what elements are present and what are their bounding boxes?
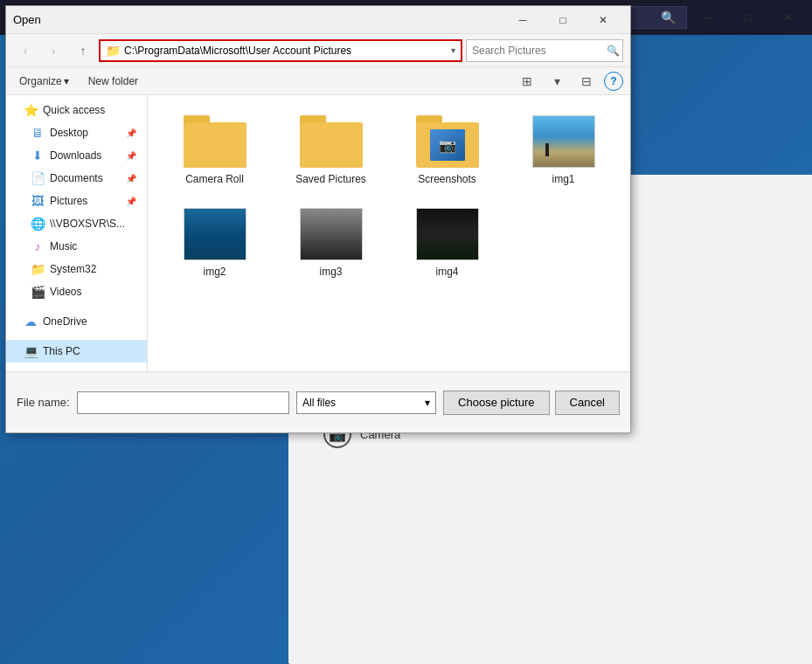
- network-share-icon: 🌐: [31, 217, 45, 231]
- back-button[interactable]: ‹: [13, 39, 38, 62]
- view-dropdown-button[interactable]: ▾: [545, 71, 569, 92]
- file-label: Screenshots: [418, 173, 476, 185]
- filetype-select[interactable]: All files ▾: [296, 391, 436, 414]
- folder-thumbnail: [300, 115, 363, 168]
- folder-body: [300, 122, 363, 168]
- forward-button[interactable]: ›: [41, 39, 66, 62]
- cancel-button[interactable]: Cancel: [555, 391, 620, 415]
- choose-picture-button[interactable]: Choose picture: [443, 391, 549, 415]
- file-item-camera-roll[interactable]: Camera Roll: [162, 109, 267, 191]
- sidebar-item-label: Music: [50, 240, 77, 252]
- sidebar-item-downloads[interactable]: ⬇ Downloads 📌: [6, 144, 147, 167]
- file-item-img4[interactable]: img4: [394, 202, 500, 284]
- bg-minimize-btn[interactable]: ─: [687, 3, 727, 31]
- underwater-thumbnail: [184, 209, 246, 259]
- new-folder-button[interactable]: New folder: [80, 73, 146, 90]
- sidebar-item-label: Documents: [50, 172, 103, 184]
- sidebar-item-label: This PC: [43, 345, 80, 357]
- address-bar-icon: 📁: [106, 44, 121, 58]
- sidebar-item-label: OneDrive: [43, 315, 87, 328]
- open-dialog: Open ─ □ ✕ ‹ › ↑ 📁 ▾ 🔍 Organize ▾ New fo…: [5, 5, 631, 433]
- sidebar-item-quick-access[interactable]: ⭐ Quick access: [6, 99, 147, 121]
- image-thumbnail: [532, 115, 595, 168]
- sidebar-item-system32[interactable]: 📁 System32: [6, 258, 147, 280]
- preview-pane-button[interactable]: ⊟: [574, 71, 599, 92]
- filename-input[interactable]: [77, 391, 289, 414]
- address-dropdown-icon[interactable]: ▾: [451, 45, 455, 55]
- help-button[interactable]: ?: [604, 72, 623, 91]
- file-item-img3[interactable]: img3: [278, 202, 384, 284]
- dialog-close-btn[interactable]: ✕: [583, 6, 623, 34]
- image-thumbnail: [184, 208, 246, 260]
- search-input[interactable]: [472, 45, 603, 57]
- sidebar-item-pictures[interactable]: 🖼 Pictures 📌: [6, 190, 147, 212]
- sidebar-section-thispc: 💻 This PC: [6, 336, 147, 366]
- dialog-action-buttons: Choose picture Cancel: [443, 391, 620, 415]
- sidebar-item-label: Desktop: [50, 127, 88, 139]
- view-button[interactable]: ⊞: [515, 71, 539, 92]
- dialog-minimize-btn[interactable]: ─: [503, 6, 543, 34]
- beach-thumbnail: [533, 116, 594, 167]
- dialog-maximize-btn[interactable]: □: [543, 6, 583, 34]
- sidebar-item-label: Downloads: [50, 149, 101, 162]
- downloads-icon: ⬇: [31, 149, 45, 163]
- address-input[interactable]: [124, 45, 448, 57]
- file-item-img1[interactable]: img1: [510, 109, 616, 191]
- bg-search-icon: 🔍: [656, 10, 681, 24]
- videos-icon: 🎬: [31, 285, 45, 299]
- file-item-screenshots[interactable]: 📷 Screenshots: [394, 109, 500, 191]
- file-item-saved-pictures[interactable]: Saved Pictures: [278, 109, 384, 191]
- filename-label: File name:: [17, 396, 70, 409]
- files-grid: Camera Roll Saved Pictures: [162, 109, 616, 284]
- bg-close-btn[interactable]: ✕: [767, 3, 808, 31]
- bg-maximize-btn[interactable]: □: [727, 3, 767, 31]
- folder-body: 📷: [416, 122, 479, 168]
- file-label: img1: [552, 173, 574, 185]
- address-bar[interactable]: 📁 ▾: [99, 39, 462, 62]
- sidebar-item-label: System32: [50, 263, 96, 275]
- sidebar-item-label: Pictures: [50, 195, 87, 207]
- pictures-icon: 🖼: [31, 194, 45, 208]
- file-item-img2[interactable]: img2: [162, 202, 267, 284]
- dialog-titlebar: Open ─ □ ✕: [6, 6, 630, 34]
- file-label: img3: [319, 266, 342, 278]
- search-icon: 🔍: [607, 45, 620, 57]
- documents-icon: 📄: [31, 171, 45, 185]
- onedrive-icon: ☁: [24, 315, 38, 329]
- pin-icon: 📌: [126, 151, 136, 161]
- screenshot-symbol: 📷: [439, 137, 456, 154]
- pin-icon: 📌: [126, 197, 136, 206]
- folder-inner-icon: 📷: [430, 129, 465, 161]
- file-label: img4: [435, 266, 458, 278]
- dialog-title: Open: [13, 13, 503, 26]
- sidebar-item-label: Videos: [50, 286, 81, 298]
- sidebar-item-documents[interactable]: 📄 Documents 📌: [6, 167, 147, 190]
- folder-body: [184, 122, 246, 168]
- sidebar-section-quickaccess: ⭐ Quick access 🖥 Desktop 📌 ⬇ Downloads 📌…: [6, 95, 147, 307]
- organize-button[interactable]: Organize ▾: [13, 73, 75, 90]
- sidebar-item-vboxsvr[interactable]: 🌐 \\VBOXSVR\S...: [6, 212, 147, 235]
- folder-special-thumbnail: 📷: [416, 115, 479, 168]
- pin-icon: 📌: [126, 128, 136, 138]
- sidebar-item-this-pc[interactable]: 💻 This PC: [6, 340, 147, 363]
- sidebar-item-label: \\VBOXSVR\S...: [50, 218, 125, 230]
- search-box: 🔍: [466, 39, 623, 62]
- image-thumbnail: [300, 208, 363, 260]
- sidebar-section-onedrive: ☁ OneDrive: [6, 307, 147, 336]
- filetype-label: All files: [302, 397, 336, 409]
- waterfall-thumbnail: [301, 209, 362, 259]
- sidebar-item-onedrive[interactable]: ☁ OneDrive: [6, 310, 147, 333]
- music-icon: ♪: [31, 239, 45, 253]
- sidebar-item-desktop[interactable]: 🖥 Desktop 📌: [6, 121, 147, 144]
- file-label: img2: [203, 266, 226, 278]
- desktop-icon: 🖥: [31, 126, 45, 140]
- sidebar-item-music[interactable]: ♪ Music: [6, 235, 147, 258]
- sidebar-item-videos[interactable]: 🎬 Videos: [6, 280, 147, 303]
- up-button[interactable]: ↑: [71, 39, 95, 62]
- dialog-body: ⭐ Quick access 🖥 Desktop 📌 ⬇ Downloads 📌…: [6, 95, 630, 371]
- filetype-arrow-icon: ▾: [425, 397, 430, 409]
- filename-row: File name: All files ▾: [17, 391, 436, 414]
- file-label: Saved Pictures: [295, 173, 366, 185]
- image-thumbnail: [416, 208, 479, 260]
- dialog-window-controls: ─ □ ✕: [503, 6, 623, 34]
